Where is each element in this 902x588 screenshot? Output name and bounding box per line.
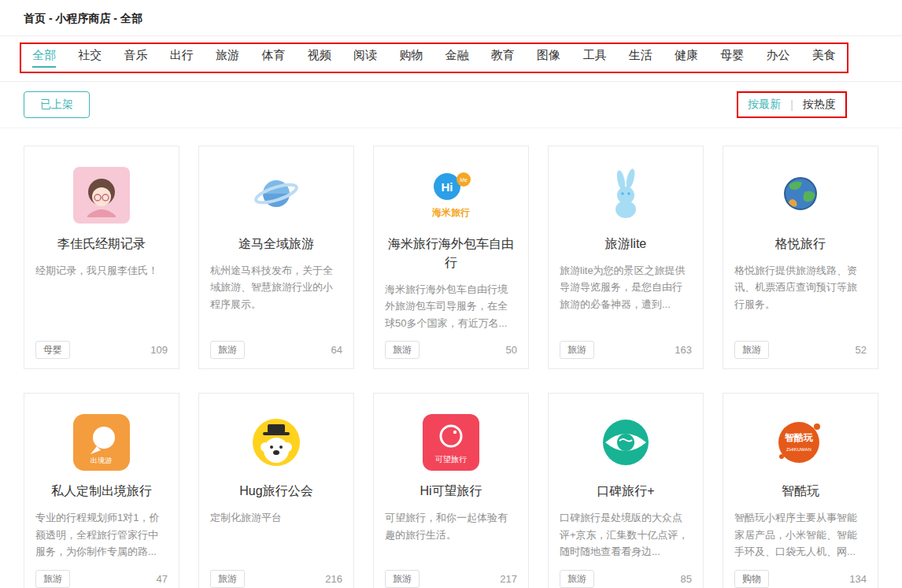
svg-text:可望旅行: 可望旅行 xyxy=(434,455,467,464)
install-count: 50 xyxy=(506,344,517,356)
install-count: 85 xyxy=(681,573,692,585)
install-count: 109 xyxy=(150,344,168,356)
category-tag[interactable]: 旅游 xyxy=(385,570,420,588)
app-description: 杭州途马科技发布，关于全域旅游、智慧旅游行业的小程序展示。 xyxy=(210,262,342,312)
app-title: 途马全域旅游 xyxy=(210,235,342,253)
app-title: 私人定制出境旅行 xyxy=(35,482,168,501)
card-footer: 旅游 217 xyxy=(385,560,517,588)
svg-text:出境游: 出境游 xyxy=(91,457,112,464)
app-description: 可望旅行，和你一起体验有趣的旅行生活。 xyxy=(385,509,517,543)
status-filter-button[interactable]: 已上架 xyxy=(24,91,90,118)
card-footer: 旅游 47 xyxy=(35,560,168,588)
install-count: 52 xyxy=(856,344,867,356)
category-tag[interactable]: 旅游 xyxy=(560,570,594,588)
app-card[interactable]: 途马全域旅游 杭州途马科技发布，关于全域旅游、智慧旅游行业的小程序展示。 旅游 … xyxy=(198,146,354,369)
app-description: 口碑旅行是处境版的大众点评+京东，汇集数十亿点评，随时随地查看看身边... xyxy=(560,509,692,560)
svg-text:Me: Me xyxy=(460,177,468,183)
category-tag[interactable]: 旅游 xyxy=(210,570,245,588)
app-card[interactable]: Hug旅行公会 定制化旅游平台 旅游 216 xyxy=(198,393,354,588)
category-tag[interactable]: 母婴 xyxy=(35,341,70,359)
category-item-17[interactable]: 美食 xyxy=(812,48,836,68)
install-count: 217 xyxy=(500,573,517,585)
category-item-16[interactable]: 办公 xyxy=(767,48,790,68)
eye-globe-icon xyxy=(597,414,654,471)
category-list: 全部社交音乐出行旅游体育视频阅读购物金融教育图像工具生活健康母婴办公美食 xyxy=(32,48,836,68)
app-title: 口碑旅行+ xyxy=(560,482,692,501)
category-item-3[interactable]: 出行 xyxy=(170,48,194,68)
card-footer: 母婴 109 xyxy=(35,331,168,359)
svg-text:智酷玩: 智酷玩 xyxy=(784,432,813,443)
install-count: 47 xyxy=(157,573,168,585)
app-description: 专业的行程规划师1对1，价额透明，全程旅行管家行中服务，为你制作专属的路... xyxy=(35,509,168,560)
app-description: 经期记录，我只服李佳氏！ xyxy=(35,262,168,279)
install-count: 216 xyxy=(325,573,342,585)
category-item-13[interactable]: 生活 xyxy=(629,48,652,68)
app-description: 旅游lite为您的景区之旅提供导游导览服务，是您自由行旅游的必备神器，遭到... xyxy=(560,262,692,312)
app-card[interactable]: 口碑旅行+ 口碑旅行是处境版的大众点评+京东，汇集数十亿点评，随时随地查看看身边… xyxy=(548,393,704,588)
app-title: 旅游lite xyxy=(560,235,692,253)
app-card[interactable]: 智酷玩ZHIKUWAN 智酷玩 智酷玩小程序主要从事智能家居产品，小米智能、智能… xyxy=(723,393,878,588)
category-item-4[interactable]: 旅游 xyxy=(216,48,239,68)
category-item-1[interactable]: 社交 xyxy=(78,48,102,68)
app-card[interactable]: 出境游 私人定制出境旅行 专业的行程规划师1对1，价额透明，全程旅行管家行中服务… xyxy=(24,393,179,588)
annotation-box-sort: 按最新 | 按热度 xyxy=(737,91,847,118)
svg-text:Hi: Hi xyxy=(442,180,453,194)
svg-text:海米旅行: 海米旅行 xyxy=(431,207,470,218)
install-count: 64 xyxy=(331,344,342,356)
category-tag[interactable]: 旅游 xyxy=(385,341,420,359)
app-title: Hug旅行公会 xyxy=(210,482,342,501)
app-card[interactable]: 格悦旅行 格悦旅行提供旅游线路、资讯、机票酒店查询预订等旅行服务。 旅游 52 xyxy=(723,146,878,369)
category-item-9[interactable]: 金融 xyxy=(445,48,469,68)
girl-avatar-icon xyxy=(73,167,130,224)
category-tag[interactable]: 旅游 xyxy=(560,341,594,359)
category-tag[interactable]: 购物 xyxy=(734,570,769,588)
app-grid: 李佳氏经期记录 经期记录，我只服李佳氏！ 母婴 109 途马全域旅游 杭州途马科… xyxy=(0,128,902,588)
install-count: 163 xyxy=(675,344,692,356)
category-item-10[interactable]: 教育 xyxy=(491,48,515,68)
card-footer: 购物 134 xyxy=(734,560,867,588)
app-description: 格悦旅行提供旅游线路、资讯、机票酒店查询预订等旅行服务。 xyxy=(734,262,867,312)
annotation-box-categories: 全部社交音乐出行旅游体育视频阅读购物金融教育图像工具生活健康母婴办公美食 xyxy=(20,43,848,73)
category-item-12[interactable]: 工具 xyxy=(582,48,606,68)
rabbit-icon xyxy=(597,167,654,224)
install-count: 134 xyxy=(849,573,867,585)
category-item-8[interactable]: 购物 xyxy=(399,48,423,68)
page: 首页 - 小程序商店 - 全部 全部社交音乐出行旅游体育视频阅读购物金融教育图像… xyxy=(0,0,902,588)
category-item-14[interactable]: 健康 xyxy=(675,48,698,68)
category-tag[interactable]: 旅游 xyxy=(734,341,769,359)
category-nav-section: 全部社交音乐出行旅游体育视频阅读购物金融教育图像工具生活健康母婴办公美食 已上架… xyxy=(0,35,902,128)
category-item-2[interactable]: 音乐 xyxy=(124,48,148,68)
saturn-planet-icon xyxy=(248,167,305,224)
app-title: Hi可望旅行 xyxy=(385,482,517,501)
app-description: 定制化旅游平台 xyxy=(210,509,342,526)
category-item-0[interactable]: 全部 xyxy=(32,48,56,68)
card-footer: 旅游 50 xyxy=(385,331,517,359)
category-item-5[interactable]: 体育 xyxy=(261,48,285,68)
app-description: 智酷玩小程序主要从事智能家居产品，小米智能、智能手环及、口袋无人机、网... xyxy=(734,509,867,560)
card-footer: 旅游 216 xyxy=(210,560,342,588)
category-item-15[interactable]: 母婴 xyxy=(720,48,744,68)
filter-row: 已上架 按最新 | 按热度 xyxy=(0,82,902,128)
card-footer: 旅游 163 xyxy=(560,331,692,359)
svg-text:ZHIKUWAN: ZHIKUWAN xyxy=(786,447,811,452)
category-item-7[interactable]: 阅读 xyxy=(353,48,377,68)
zhikuwan-logo-icon: 智酷玩ZHIKUWAN xyxy=(772,414,829,471)
sort-by-hot[interactable]: 按热度 xyxy=(803,98,836,112)
category-tag[interactable]: 旅游 xyxy=(210,341,245,359)
haimi-logo-icon: HiMe海米旅行 xyxy=(423,167,479,224)
camera-lens-icon: 可望旅行 xyxy=(423,414,479,471)
card-footer: 旅游 85 xyxy=(560,560,692,588)
app-card[interactable]: HiMe海米旅行 海米旅行海外包车自由行 海米旅行海外包车自由行境外旅游包车司导… xyxy=(373,146,529,369)
app-title: 格悦旅行 xyxy=(734,235,867,253)
category-tag[interactable]: 旅游 xyxy=(35,570,70,588)
breadcrumb[interactable]: 首页 - 小程序商店 - 全部 xyxy=(0,0,902,35)
card-footer: 旅游 52 xyxy=(734,331,867,359)
category-row: 全部社交音乐出行旅游体育视频阅读购物金融教育图像工具生活健康母婴办公美食 xyxy=(0,36,902,82)
app-card[interactable]: 旅游lite 旅游lite为您的景区之旅提供导游导览服务，是您自由行旅游的必备神… xyxy=(548,146,704,369)
app-card[interactable]: 可望旅行 Hi可望旅行 可望旅行，和你一起体验有趣的旅行生活。 旅游 217 xyxy=(373,393,529,588)
app-card[interactable]: 李佳氏经期记录 经期记录，我只服李佳氏！ 母婴 109 xyxy=(24,146,179,369)
category-item-6[interactable]: 视频 xyxy=(308,48,331,68)
sort-by-latest[interactable]: 按最新 xyxy=(748,98,781,112)
category-item-11[interactable]: 图像 xyxy=(537,48,560,68)
app-description: 海米旅行海外包车自由行境外旅游包车司导服务，在全球50多个国家，有近万名... xyxy=(385,281,517,331)
